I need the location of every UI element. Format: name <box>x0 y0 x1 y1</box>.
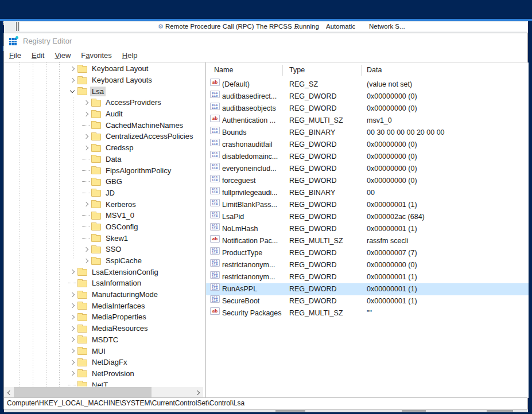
expand-chevron-icon[interactable] <box>81 248 91 251</box>
value-row--default-[interactable]: ab(Default)REG_SZ(value not set) <box>206 79 529 91</box>
value-row-notification-pac-[interactable]: abNotification Pac...REG_MULTI_SZrassfm … <box>206 235 529 247</box>
value-data: 0x00000001 (1) <box>367 271 526 283</box>
column-header-type[interactable]: Type <box>289 63 305 77</box>
reg-binary-icon: 011110 <box>210 175 220 182</box>
expand-chevron-icon[interactable] <box>67 304 77 307</box>
tree-item-sso[interactable]: SSO <box>4 244 193 255</box>
expand-chevron-icon[interactable] <box>67 315 77 319</box>
expand-chevron-icon[interactable] <box>67 372 77 375</box>
menu-item-help[interactable]: Help <box>117 49 143 62</box>
folder-icon <box>77 326 87 333</box>
horizontal-scroll-thumb[interactable] <box>14 387 152 398</box>
expand-chevron-icon[interactable] <box>81 259 91 263</box>
value-row-auditbaseobjects[interactable]: 011110auditbaseobjectsREG_DWORD0x0000000… <box>206 103 529 115</box>
value-row-restrictanonym-[interactable]: 011110restrictanonym...REG_DWORD0x000000… <box>206 259 529 271</box>
tree-item-cachedmachinenames[interactable]: CachedMachineNames <box>4 119 193 131</box>
value-row-bounds[interactable]: 011110BoundsREG_BINARY00 30 00 00 00 20 … <box>206 127 529 139</box>
tree-item-fipsalgorithmpolicy[interactable]: FipsAlgorithmPolicy <box>4 165 193 176</box>
tree-connector <box>81 226 91 227</box>
tree-item-jd[interactable]: JD <box>4 188 193 199</box>
reg-binary-icon: 011110 <box>210 199 220 206</box>
value-row-lsapid[interactable]: 011110LsaPidREG_DWORD0x000002ac (684) <box>206 211 529 223</box>
service-row-rpc[interactable]: ⚙ Remote Procedure Call (RPC) The RPCSS … <box>20 22 527 32</box>
tree-connector <box>81 159 91 159</box>
tree-item-data[interactable]: Data <box>4 154 193 165</box>
value-row-runasppl[interactable]: 011110RunAsPPLREG_DWORD0x00000001 (1) <box>206 283 529 295</box>
tree-item-centralizedaccesspolicies[interactable]: CentralizedAccessPolicies <box>4 131 193 142</box>
folder-icon <box>91 122 101 129</box>
tree-rows: Keyboard LayoutKeyboard LayoutsLsaAccess… <box>4 63 193 386</box>
value-row-auditbasedirect-[interactable]: 011110auditbasedirect...REG_DWORD0x00000… <box>206 91 529 103</box>
tree-item-mediainterfaces[interactable]: MediaInterfaces <box>4 300 193 311</box>
tree-item-mui[interactable]: MUI <box>4 345 193 357</box>
column-separator[interactable] <box>282 65 283 76</box>
tree-item-manufacturingmode[interactable]: ManufacturingMode <box>4 289 193 300</box>
tree-item-osconfig[interactable]: OSConfig <box>4 221 193 233</box>
expand-chevron-icon[interactable] <box>81 202 91 206</box>
title-bar[interactable]: Registry Editor <box>4 33 527 49</box>
values-header: Name Type Data <box>206 63 529 79</box>
column-header-data[interactable]: Data <box>367 63 382 77</box>
value-row-forceguest[interactable]: 011110forceguestREG_DWORD0x00000000 (0) <box>206 175 529 187</box>
tree-item-gbg[interactable]: GBG <box>4 176 193 188</box>
tree-item-credssp[interactable]: Credssp <box>4 142 193 154</box>
tree-item-keyboard-layouts[interactable]: Keyboard Layouts <box>4 75 193 86</box>
reg-binary-icon: 011110 <box>210 259 220 267</box>
value-row-security-packages[interactable]: abSecurity PackagesREG_MULTI_SZ"" <box>206 307 529 319</box>
expand-chevron-icon[interactable] <box>67 327 77 330</box>
scroll-right-icon[interactable] <box>193 387 203 398</box>
tree-connector <box>67 283 77 283</box>
tree-item-skew1[interactable]: Skew1 <box>4 232 193 244</box>
tree-item-accessproviders[interactable]: AccessProviders <box>4 97 193 108</box>
tree-item-kerberos[interactable]: Kerberos <box>4 198 193 210</box>
value-type: REG_DWORD <box>289 103 358 115</box>
expand-chevron-icon[interactable] <box>67 79 77 82</box>
tree-item-audit[interactable]: Audit <box>4 108 193 120</box>
tree-item-netprovision[interactable]: NetProvision <box>4 368 193 380</box>
value-row-authentication-[interactable]: abAuthentication ...REG_MULTI_SZmsv1_0 <box>206 115 529 127</box>
value-row-limitblankpass-[interactable]: 011110LimitBlankPass...REG_DWORD0x000000… <box>206 199 529 211</box>
value-row-nolmhash[interactable]: 011110NoLmHashREG_DWORD0x00000001 (1) <box>206 223 529 235</box>
value-row-fullprivilegeaudi-[interactable]: 011110fullprivilegeaudi...REG_BINARY00 <box>206 187 529 199</box>
value-row-restrictanonym-[interactable]: 011110restrictanonym...REG_DWORD0x000000… <box>206 271 529 283</box>
column-separator[interactable] <box>361 65 362 76</box>
collapse-chevron-icon[interactable] <box>67 90 77 92</box>
tree-item-msv1-0[interactable]: MSV1_0 <box>4 210 193 221</box>
tree-item-lsa[interactable]: Lsa <box>4 85 193 97</box>
expand-chevron-icon[interactable] <box>67 293 77 296</box>
value-row-secureboot[interactable]: 011110SecureBootREG_DWORD0x00000001 (1) <box>206 295 529 307</box>
value-data: 0x00000007 (7) <box>367 247 526 259</box>
expand-chevron-icon[interactable] <box>81 135 91 138</box>
tree-item-mediaresources[interactable]: MediaResources <box>4 323 193 334</box>
expand-chevron-icon[interactable] <box>67 338 77 341</box>
column-header-name[interactable]: Name <box>214 63 233 77</box>
menu-item-view[interactable]: View <box>49 49 76 62</box>
expand-chevron-icon[interactable] <box>67 270 77 274</box>
tree-item-lsainformation[interactable]: LsaInformation <box>4 278 193 289</box>
menu-item-edit[interactable]: Edit <box>26 49 49 62</box>
folder-icon <box>77 337 87 343</box>
tree-item-keyboard-layout[interactable]: Keyboard Layout <box>4 63 193 75</box>
tree-item-lsaextensionconfig[interactable]: LsaExtensionConfig <box>4 266 193 278</box>
expand-chevron-icon[interactable] <box>81 101 91 104</box>
expand-chevron-icon[interactable] <box>67 67 77 71</box>
value-row-producttype[interactable]: 011110ProductTypeREG_DWORD0x00000007 (7) <box>206 247 529 259</box>
value-row-crashonauditfail[interactable]: 011110crashonauditfailREG_DWORD0x0000000… <box>206 139 529 151</box>
tree-item-sspicache[interactable]: SspiCache <box>4 255 193 267</box>
menu-item-file[interactable]: File <box>4 49 26 62</box>
menu-item-favorites[interactable]: Favorites <box>76 49 117 62</box>
tree-item-nett[interactable]: NetT <box>4 379 193 386</box>
expand-chevron-icon[interactable] <box>67 349 77 353</box>
tree-connector <box>81 181 91 182</box>
expand-chevron-icon[interactable] <box>81 146 91 150</box>
value-row-everyoneinclud-[interactable]: 011110everyoneinclud...REG_DWORD0x000000… <box>206 163 529 175</box>
tree-horizontal-scrollbar[interactable] <box>4 387 203 398</box>
tree-item-mediaproperties[interactable]: MediaProperties <box>4 311 193 323</box>
expand-chevron-icon[interactable] <box>81 112 91 116</box>
expand-chevron-icon[interactable] <box>67 361 77 364</box>
scroll-left-icon[interactable] <box>4 387 14 398</box>
powershell-terminal[interactable]: PS C:\Temp> Set-ItemProperty -Path "HKLM… <box>0 0 532 19</box>
value-row-disabledomainc-[interactable]: 011110disabledomainc...REG_DWORD0x000000… <box>206 151 529 163</box>
tree-item-msdtc[interactable]: MSDTC <box>4 334 193 346</box>
tree-item-netdiagfx[interactable]: NetDiagFx <box>4 357 193 368</box>
